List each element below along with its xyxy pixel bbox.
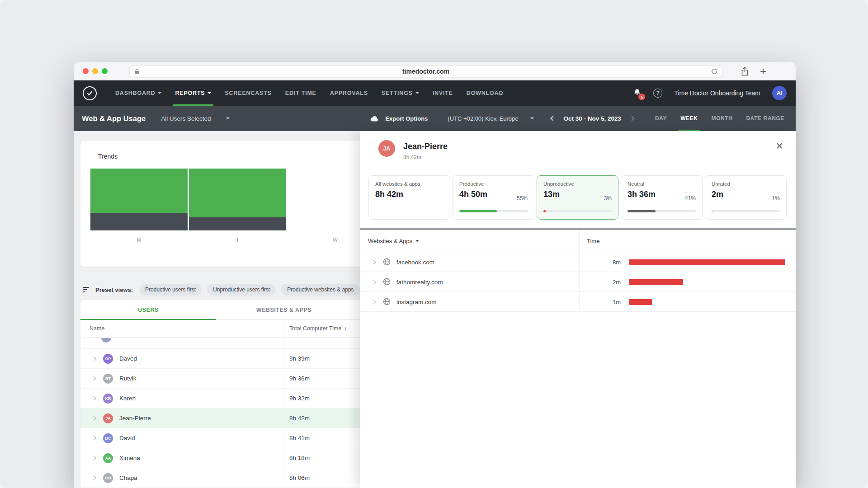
website-time: 1m [586, 299, 621, 305]
desktop-background: timedoctor.com + DASHBOARD [0, 0, 868, 488]
timezone-select[interactable]: (UTC +02:00) Kiev, Europe [448, 115, 533, 122]
user-total-time: 8h 42m [289, 415, 310, 422]
chip-unproductive-users-first[interactable]: Unproductive users first [207, 284, 276, 296]
nav-settings[interactable]: SETTINGS [375, 80, 426, 106]
axis-label-tuesday: T [189, 237, 286, 243]
expand-chevron-icon[interactable] [92, 376, 96, 381]
close-window-button[interactable] [83, 68, 89, 74]
progress-fill [627, 210, 656, 212]
axis-label-monday: M [90, 237, 188, 243]
refresh-icon[interactable] [711, 68, 718, 75]
user-total-time: 9h 32m [289, 395, 310, 402]
tab-day[interactable]: DAY [648, 106, 674, 131]
nav-approvals[interactable]: APPROVALS [323, 80, 375, 106]
report-subheader: Web & App Usage All Users Selected Expor… [74, 106, 796, 131]
column-header-websites-apps[interactable]: Websites & Apps [368, 238, 419, 244]
avatar: DP [103, 354, 113, 364]
nav-edit-time[interactable]: EDIT TIME [278, 80, 323, 106]
expand-chevron-icon[interactable] [92, 357, 96, 361]
progress-track [543, 210, 612, 212]
user-total-time: 9h 36m [289, 375, 310, 382]
avatar: DC [103, 433, 113, 443]
website-time: 8m [586, 259, 621, 266]
lock-icon [134, 68, 140, 75]
time-doctor-logo-icon[interactable] [83, 86, 97, 100]
app-navbar: DASHBOARD REPORTS SCREENCASTS EDIT TIME … [74, 80, 796, 106]
close-icon[interactable]: × [776, 140, 783, 152]
time-bar [629, 259, 785, 265]
expand-chevron-icon[interactable] [92, 476, 96, 480]
chevron-down-icon [158, 92, 161, 94]
nav-download[interactable]: DOWNLOAD [460, 80, 510, 106]
expand-chevron-icon[interactable] [372, 260, 376, 265]
expand-chevron-icon[interactable] [92, 456, 96, 460]
progress-track [712, 210, 780, 212]
column-header-time[interactable]: Time [587, 238, 599, 244]
user-name: Rutvik [119, 375, 137, 382]
column-header-total-computer-time[interactable]: Total Computer Time ↓ [289, 325, 347, 332]
time-bar [629, 279, 683, 285]
chevron-down-icon [226, 117, 230, 119]
chip-productive-websites-apps[interactable]: Productive websites & apps [281, 284, 359, 296]
progress-fill [459, 210, 497, 212]
notification-badge: 5 [638, 94, 645, 100]
user-name: David [119, 435, 135, 441]
chip-productive-users-first[interactable]: Productive users first [139, 284, 202, 296]
expand-chevron-icon[interactable] [92, 396, 96, 401]
user-name: Ximena [119, 455, 140, 461]
detail-user-total-time: 8h 42m [403, 154, 421, 160]
tab-websites-apps[interactable]: WEBSITES & APPS [216, 300, 352, 319]
avatar: CH [103, 473, 113, 483]
date-navigation: Oct 30 - Nov 5, 2023 [551, 115, 634, 122]
team-name[interactable]: Time Doctor Onboarding Team [674, 89, 760, 97]
help-button[interactable]: ? [653, 89, 662, 98]
avatar [101, 338, 111, 343]
user-detail-panel: JA Jean-Pierre 8h 42m × All websites & a… [360, 131, 796, 488]
users-filter-select[interactable]: All Users Selected [161, 115, 230, 122]
user-avatar[interactable]: AI [772, 86, 787, 100]
nav-screencasts[interactable]: SCREENCASTS [218, 80, 278, 106]
website-row-fathomrealty[interactable]: fathomrealty.com 2m [360, 272, 796, 292]
column-header-name[interactable]: Name [90, 325, 104, 332]
page-title: Web & App Usage [82, 114, 146, 123]
expand-chevron-icon[interactable] [372, 280, 376, 285]
website-domain: fathomrealty.com [396, 279, 443, 286]
nav-reports[interactable]: REPORTS [168, 80, 218, 106]
next-period-button[interactable] [629, 116, 634, 121]
filter-icon [83, 287, 89, 292]
tab-week[interactable]: WEEK [674, 106, 704, 131]
share-icon[interactable] [741, 66, 749, 76]
expand-chevron-icon[interactable] [372, 300, 376, 305]
fullscreen-window-button[interactable] [102, 68, 108, 74]
nav-invite[interactable]: INVITE [426, 80, 460, 106]
new-tab-icon[interactable]: + [760, 66, 766, 77]
expand-chevron-icon[interactable] [92, 436, 96, 441]
stat-card-all-websites-apps[interactable]: All websites & apps 8h 42m [368, 175, 450, 220]
tab-month[interactable]: MONTH [705, 106, 740, 131]
nav-dashboard[interactable]: DASHBOARD [108, 80, 168, 106]
previous-period-button[interactable] [550, 116, 555, 121]
globe-icon [383, 278, 391, 286]
tab-users[interactable]: USERS [80, 300, 216, 319]
expand-chevron-icon[interactable] [92, 416, 96, 421]
stat-card-neutral[interactable]: Neutral 3h 36m 41% [621, 175, 703, 220]
export-options-button[interactable]: Export Options [370, 115, 428, 122]
trend-bar-other-segment [189, 217, 286, 230]
stat-card-unproductive[interactable]: Unproductive 13m 3% [537, 175, 618, 220]
minimize-window-button[interactable] [92, 68, 98, 74]
website-row-instagram[interactable]: instagram.com 1m [360, 292, 796, 312]
website-row-facebook[interactable]: facebook.com 8m [360, 252, 796, 272]
avatar: KR [103, 394, 113, 404]
trends-title: Trends [98, 153, 118, 160]
window-controls [83, 68, 108, 74]
user-total-time: 9h 39m [289, 355, 310, 362]
notifications-button[interactable]: 5 [633, 88, 642, 99]
stat-card-productive[interactable]: Productive 4h 50m 55% [453, 175, 534, 220]
tab-date-range[interactable]: DATE RANGE [740, 106, 791, 131]
stat-card-unrated[interactable]: Unrated 2m 1% [705, 175, 787, 220]
websites-table-header: Websites & Apps Time [360, 230, 796, 252]
user-total-time: 8h 06m [289, 474, 310, 481]
address-bar[interactable]: timedoctor.com [129, 65, 722, 77]
avatar: XA [103, 453, 113, 463]
progress-fill [543, 210, 546, 212]
